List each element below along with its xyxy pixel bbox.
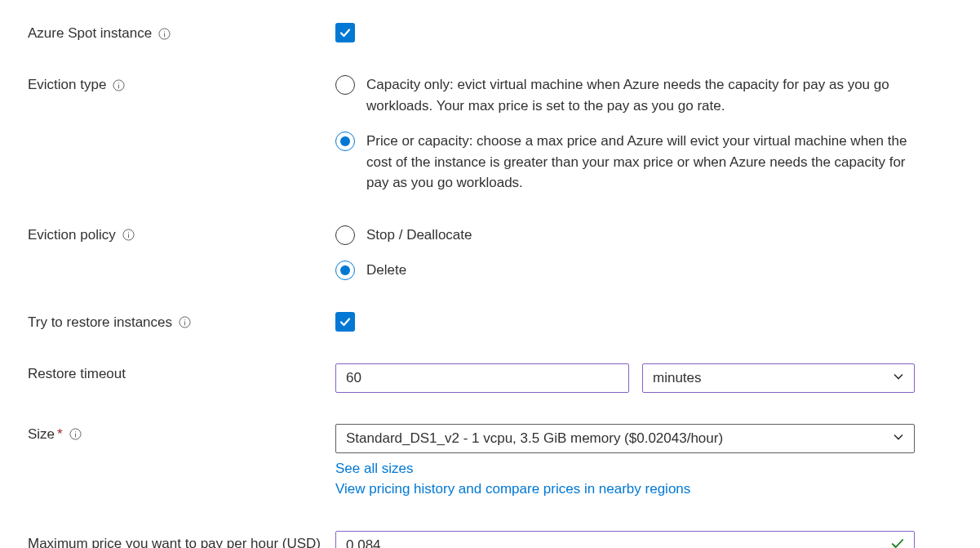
label-text-azure-spot: Azure Spot instance bbox=[28, 25, 152, 42]
radio-label: Stop / Deallocate bbox=[366, 225, 472, 246]
label-text-eviction-type: Eviction type bbox=[28, 77, 106, 93]
azure-spot-checkbox[interactable] bbox=[335, 23, 355, 42]
label-text-max-price: Maximum price you want to pay per hour (… bbox=[28, 536, 321, 549]
label-max-price: Maximum price you want to pay per hour (… bbox=[28, 531, 335, 549]
max-price-input[interactable] bbox=[335, 531, 915, 549]
label-text-restore-timeout: Restore timeout bbox=[28, 366, 126, 382]
pricing-history-link[interactable]: View pricing history and compare prices … bbox=[335, 479, 915, 500]
row-restore-timeout: Restore timeout minutes bbox=[28, 363, 952, 393]
label-eviction-policy: Eviction policy bbox=[28, 225, 335, 243]
row-max-price: Maximum price you want to pay per hour (… bbox=[28, 531, 952, 549]
radio-label: Delete bbox=[366, 260, 406, 281]
row-size: Size* Standard_DS1_v2 - 1 vcpu, 3.5 GiB … bbox=[28, 424, 952, 500]
row-eviction-type: Eviction type Capacity only: evict virtu… bbox=[28, 74, 952, 194]
label-text-try-restore: Try to restore instances bbox=[28, 314, 172, 331]
see-all-sizes-link[interactable]: See all sizes bbox=[335, 458, 915, 479]
eviction-policy-radio-delete[interactable]: Delete bbox=[335, 260, 915, 281]
info-icon[interactable] bbox=[69, 428, 82, 440]
eviction-policy-radio-stop[interactable]: Stop / Deallocate bbox=[335, 225, 915, 246]
label-azure-spot: Azure Spot instance bbox=[28, 23, 335, 42]
row-azure-spot: Azure Spot instance bbox=[28, 23, 952, 43]
info-icon[interactable] bbox=[122, 229, 135, 241]
radio-label: Price or capacity: choose a max price an… bbox=[366, 131, 915, 194]
label-eviction-type: Eviction type bbox=[28, 74, 335, 93]
info-icon[interactable] bbox=[113, 79, 125, 91]
size-select[interactable]: Standard_DS1_v2 - 1 vcpu, 3.5 GiB memory… bbox=[335, 424, 915, 453]
row-eviction-policy: Eviction policy Stop / Deallocate Delete bbox=[28, 225, 952, 281]
restore-timeout-unit-select[interactable]: minutes bbox=[642, 363, 915, 393]
info-icon[interactable] bbox=[158, 28, 171, 40]
label-text-eviction-policy: Eviction policy bbox=[28, 227, 116, 243]
label-text-size: Size bbox=[28, 426, 55, 442]
svg-point-10 bbox=[184, 319, 185, 320]
radio-icon bbox=[335, 131, 355, 151]
required-indicator: * bbox=[57, 426, 63, 442]
svg-point-1 bbox=[164, 31, 165, 32]
radio-icon bbox=[335, 225, 355, 245]
info-icon[interactable] bbox=[179, 316, 191, 328]
label-try-restore: Try to restore instances bbox=[28, 312, 335, 331]
try-restore-checkbox[interactable] bbox=[335, 312, 355, 332]
eviction-type-radio-capacity[interactable]: Capacity only: evict virtual machine whe… bbox=[335, 74, 915, 116]
radio-icon bbox=[335, 261, 355, 280]
radio-label: Capacity only: evict virtual machine whe… bbox=[366, 74, 915, 116]
radio-icon bbox=[335, 75, 355, 95]
restore-timeout-input[interactable] bbox=[335, 363, 629, 393]
eviction-type-radio-price[interactable]: Price or capacity: choose a max price an… bbox=[335, 131, 915, 194]
svg-point-13 bbox=[75, 431, 76, 432]
row-try-restore: Try to restore instances bbox=[28, 312, 952, 332]
label-size: Size* bbox=[28, 424, 335, 443]
label-restore-timeout: Restore timeout bbox=[28, 363, 335, 382]
svg-point-7 bbox=[128, 232, 129, 233]
svg-point-4 bbox=[118, 82, 119, 83]
